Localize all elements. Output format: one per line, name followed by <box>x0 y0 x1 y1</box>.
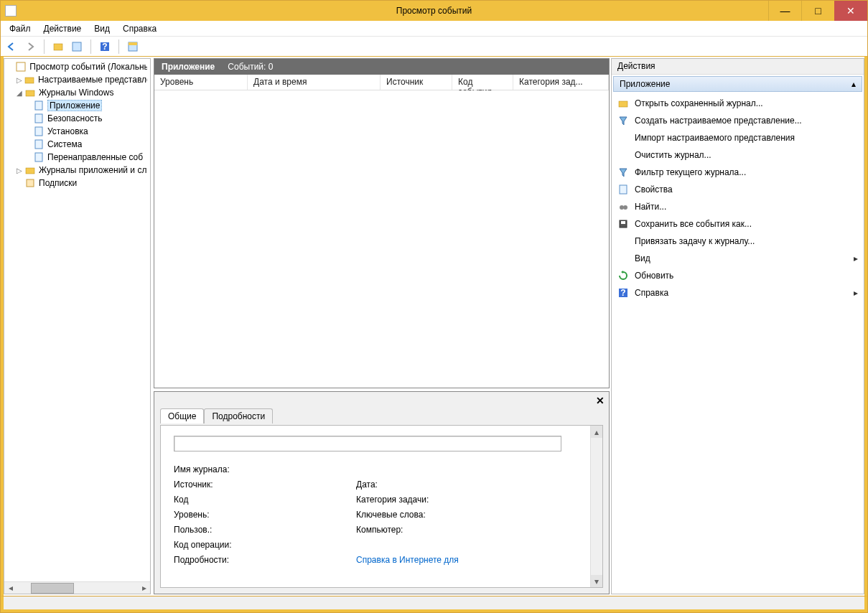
action-help[interactable]: ? Справка ▸ <box>612 284 864 301</box>
col-source[interactable]: Источник <box>381 75 452 90</box>
tree-label: Система <box>47 139 82 149</box>
action-view[interactable]: Вид ▸ <box>612 250 864 267</box>
events-list-body[interactable] <box>154 90 609 388</box>
folder-icon <box>24 87 36 98</box>
scroll-right-icon[interactable]: ▸ <box>138 582 150 594</box>
expander-icon[interactable]: ◢ <box>14 89 24 97</box>
details-close-button[interactable]: ✕ <box>596 395 605 406</box>
action-label: Справка <box>635 288 668 298</box>
col-code[interactable]: Код события <box>452 75 513 90</box>
minimize-button[interactable]: — <box>768 1 801 21</box>
log-icon <box>33 151 45 163</box>
tree-label: Журналы Windows <box>39 88 113 98</box>
field-computer: Компьютер: <box>356 525 543 535</box>
expander-icon[interactable]: ▷ <box>14 167 24 174</box>
maximize-button[interactable]: □ <box>801 1 834 21</box>
tree-security[interactable]: Безопасность <box>4 112 150 125</box>
action-create-view[interactable]: Создать настраиваемое представление... <box>612 112 864 129</box>
svg-rect-13 <box>35 153 42 162</box>
folder-icon <box>24 164 36 176</box>
statusbar <box>1 596 867 612</box>
action-open-saved-log[interactable]: Открыть сохраненный журнал... <box>612 95 864 112</box>
window-title: Просмотр событий <box>396 6 472 16</box>
tab-details[interactable]: Подробности <box>204 408 273 424</box>
events-list-panel: Приложение Событий: 0 Уровень Дата и вре… <box>154 58 610 388</box>
app-icon <box>5 5 17 17</box>
details-description[interactable] <box>174 436 561 451</box>
events-header: Приложение Событий: 0 <box>154 59 609 75</box>
details-v-scrollbar[interactable]: ▴ ▾ <box>590 426 602 587</box>
expander-icon[interactable] <box>6 63 16 71</box>
action-clear-log[interactable]: Очистить журнал... <box>612 146 864 164</box>
menubar: Файл Действие Вид Справка <box>1 21 867 37</box>
tree-forwarded[interactable]: Перенаправленные соб <box>4 151 150 164</box>
menu-file[interactable]: Файл <box>4 22 37 35</box>
center-panel: Приложение Событий: 0 Уровень Дата и вре… <box>154 58 610 594</box>
action-label: Создать настраиваемое представление... <box>635 116 802 126</box>
action-properties[interactable]: Свойства <box>612 181 864 198</box>
actions-subtitle[interactable]: Приложение ▴ <box>613 76 862 92</box>
help-button[interactable]: ? <box>97 39 113 55</box>
scroll-thumb[interactable] <box>31 583 74 594</box>
svg-rect-14 <box>26 168 34 174</box>
log-icon <box>33 126 45 137</box>
tab-general[interactable]: Общие <box>160 408 204 424</box>
scroll-left-icon[interactable]: ◂ <box>4 582 17 594</box>
tree-system[interactable]: Система <box>4 138 150 151</box>
tree-root[interactable]: Просмотр событий (Локальны <box>4 60 150 73</box>
nav-forward-button[interactable] <box>22 39 38 55</box>
col-level[interactable]: Уровень <box>154 75 248 90</box>
folder-icon <box>24 74 35 85</box>
events-header-name: Приложение <box>162 62 215 72</box>
help-icon: ? <box>617 287 629 299</box>
menu-action[interactable]: Действие <box>38 22 88 35</box>
action-label: Обновить <box>635 271 673 281</box>
close-button[interactable]: ✕ <box>834 1 867 21</box>
tree-custom-views[interactable]: ▷ Настраиваемые представле <box>4 73 150 86</box>
scroll-down-icon[interactable]: ▾ <box>591 575 602 587</box>
action-label: Фильтр текущего журнала... <box>635 167 746 177</box>
col-datetime[interactable]: Дата и время <box>248 75 381 90</box>
save-icon <box>617 218 629 230</box>
tree-panel: Просмотр событий (Локальны ▷ Настраиваем… <box>4 58 151 594</box>
show-actions-button[interactable] <box>125 39 141 55</box>
svg-rect-7 <box>25 78 34 83</box>
action-filter-log[interactable]: Фильтр текущего журнала... <box>612 164 864 181</box>
expander-icon[interactable]: ▷ <box>14 76 24 84</box>
action-attach-task[interactable]: Привязать задачу к журналу... <box>612 233 864 250</box>
events-header-count: Событий: 0 <box>228 62 273 72</box>
show-tree-button[interactable] <box>50 39 66 55</box>
action-label: Открыть сохраненный журнал... <box>635 98 763 108</box>
svg-rect-5 <box>129 42 137 45</box>
menu-help[interactable]: Справка <box>117 22 162 35</box>
col-category[interactable]: Категория зад... <box>513 75 609 90</box>
field-user: Пользов.: <box>174 525 353 535</box>
field-date: Дата: <box>356 479 543 490</box>
scroll-up-icon[interactable]: ▴ <box>591 426 602 438</box>
menu-view[interactable]: Вид <box>88 22 116 35</box>
svg-rect-1 <box>73 42 81 51</box>
svg-rect-0 <box>54 44 62 50</box>
action-label: Вид <box>635 253 650 263</box>
help-link[interactable]: Справка в Интернете для <box>356 555 459 565</box>
toolbar-separator <box>118 39 119 54</box>
field-task-category: Категория задачи: <box>356 495 543 505</box>
eventviewer-icon <box>16 61 27 72</box>
blank-icon <box>617 235 629 247</box>
action-refresh[interactable]: Обновить <box>612 267 864 284</box>
tree-app-service-logs[interactable]: ▷ Журналы приложений и сл <box>4 164 150 177</box>
tree-h-scrollbar[interactable]: ◂ ▸ <box>4 581 150 594</box>
tree-windows-logs[interactable]: ◢ Журналы Windows <box>4 86 150 99</box>
tree-label: Подписки <box>39 178 77 188</box>
tree-application[interactable]: Приложение <box>4 99 150 112</box>
tree-setup[interactable]: Установка <box>4 125 150 138</box>
action-find[interactable]: Найти... <box>612 198 864 215</box>
nav-back-button[interactable] <box>4 39 19 55</box>
action-import-view[interactable]: Импорт настраиваемого представления <box>612 129 864 146</box>
field-source: Источник: <box>174 479 353 490</box>
collapse-icon[interactable]: ▴ <box>851 79 856 89</box>
svg-rect-15 <box>27 179 34 187</box>
properties-button[interactable] <box>69 39 85 55</box>
tree-subscriptions[interactable]: Подписки <box>4 177 150 189</box>
action-save-all[interactable]: Сохранить все события как... <box>612 215 864 233</box>
